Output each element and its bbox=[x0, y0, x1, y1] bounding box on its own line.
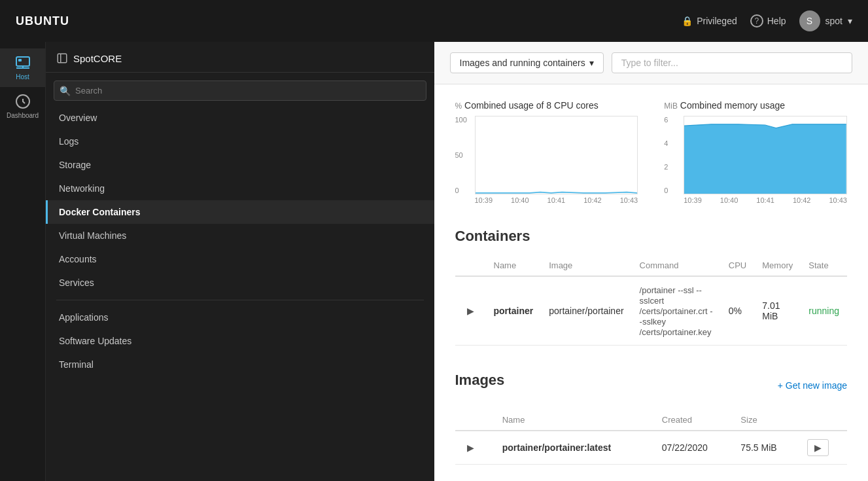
cpu-chart-inner bbox=[475, 116, 638, 194]
cpu-chart-block: % Combined usage of 8 CPU cores 100 50 0 bbox=[455, 100, 638, 204]
container-image-cell: portainer/portainer bbox=[541, 276, 631, 346]
container-image: portainer/portainer bbox=[549, 306, 623, 316]
container-memory: 7.01 MiB bbox=[762, 300, 780, 321]
cpu-chart-title: % Combined usage of 8 CPU cores bbox=[455, 100, 638, 111]
nav-item-docker-containers[interactable]: Docker Containers bbox=[46, 200, 434, 224]
containers-table-header: Name Image Command CPU Memory State bbox=[455, 255, 848, 276]
memory-axis-label: MiB bbox=[664, 101, 678, 111]
memory-chart-container: 6 4 2 0 bbox=[664, 116, 847, 194]
img-expand-button[interactable]: ▶ bbox=[463, 441, 478, 454]
filter-dropdown-label: Images and running containers bbox=[460, 58, 585, 68]
container-state: running bbox=[808, 306, 839, 316]
nav-item-virtual-machines[interactable]: Virtual Machines bbox=[46, 224, 434, 247]
img-action-cell: ▶ bbox=[799, 431, 847, 465]
filter-input[interactable] bbox=[612, 52, 852, 73]
dashboard-label: Dashboard bbox=[7, 112, 39, 119]
nav-item-storage[interactable]: Storage bbox=[46, 153, 434, 177]
play-button[interactable]: ▶ bbox=[807, 439, 829, 456]
th-command: Command bbox=[632, 255, 721, 276]
image-created: 07/22/2020 bbox=[662, 442, 708, 453]
nav-item-networking[interactable]: Networking bbox=[46, 177, 434, 200]
img-th-size: Size bbox=[733, 410, 799, 431]
help-icon: ? bbox=[750, 14, 763, 27]
host-icon bbox=[15, 55, 31, 71]
nav-item-software-updates[interactable]: Software Updates bbox=[46, 329, 434, 353]
images-table: Name Created Size ▶ portainer/portainer:… bbox=[455, 410, 848, 465]
memory-y-axis: 6 4 2 0 bbox=[664, 116, 684, 194]
images-section: Images + Get new image Name Created Size bbox=[434, 359, 869, 478]
th-image: Image bbox=[541, 255, 631, 276]
th-memory: Memory bbox=[754, 255, 801, 276]
th-name: Name bbox=[486, 255, 542, 276]
containers-section: Containers Name Image Command CPU Memory… bbox=[434, 215, 869, 359]
app-title: UBUNTU bbox=[16, 14, 69, 28]
avatar: S bbox=[799, 10, 820, 31]
chevron-down-icon: ▾ bbox=[589, 58, 594, 68]
nav-divider bbox=[56, 300, 424, 300]
nav-item-accounts[interactable]: Accounts bbox=[46, 247, 434, 271]
lock-icon: 🔒 bbox=[682, 16, 693, 26]
expand-cell: ▶ bbox=[455, 276, 486, 346]
user-label: spot bbox=[825, 16, 842, 26]
sidebar-icon-dashboard[interactable]: Dashboard bbox=[0, 87, 45, 126]
filter-dropdown[interactable]: Images and running containers ▾ bbox=[450, 52, 604, 73]
icon-sidebar: Host Dashboard bbox=[0, 42, 46, 481]
img-size-cell: 75.5 MiB bbox=[733, 431, 799, 465]
nav-item-applications[interactable]: Applications bbox=[46, 306, 434, 329]
topbar: UBUNTU 🔒 Privileged ? Help S spot ▾ bbox=[0, 0, 868, 42]
containers-title: Containers bbox=[455, 228, 848, 245]
img-th-name: Name bbox=[495, 410, 654, 431]
container-name-cell: portainer bbox=[486, 276, 542, 346]
memory-chart-svg bbox=[684, 116, 846, 194]
search-box: 🔍 bbox=[54, 80, 426, 101]
th-state: State bbox=[801, 255, 847, 276]
main-layout: Host Dashboard SpotCORE 🔍 bbox=[0, 42, 868, 481]
nav-item-terminal[interactable]: Terminal bbox=[46, 353, 434, 376]
charts-area: % Combined usage of 8 CPU cores 100 50 0 bbox=[434, 84, 869, 215]
images-header: Images + Get new image bbox=[455, 372, 848, 399]
get-new-image-button[interactable]: + Get new image bbox=[778, 380, 847, 391]
container-state-cell: running bbox=[801, 276, 847, 346]
container-command: /portainer --ssl --sslcert /certs/portai… bbox=[640, 285, 713, 337]
image-size: 75.5 MiB bbox=[740, 442, 776, 453]
cpu-chart-svg bbox=[476, 116, 638, 194]
svg-rect-5 bbox=[58, 54, 67, 63]
help-button[interactable]: ? Help bbox=[750, 14, 786, 27]
main-content: Images and running containers ▾ % Combin… bbox=[434, 42, 869, 481]
svg-rect-0 bbox=[16, 57, 29, 66]
th-expand bbox=[455, 255, 486, 276]
memory-chart-block: MiB Combined memory usage 6 4 2 0 bbox=[664, 100, 847, 204]
nav-item-services[interactable]: Services bbox=[46, 271, 434, 294]
memory-chart-inner bbox=[684, 116, 847, 194]
img-created-cell: 07/22/2020 bbox=[654, 431, 733, 465]
cpu-axis-label: % bbox=[455, 101, 462, 111]
svg-rect-1 bbox=[18, 59, 22, 62]
th-cpu: CPU bbox=[721, 255, 754, 276]
img-name-cell: portainer/portainer:latest bbox=[495, 431, 654, 465]
table-row: ▶ portainer/portainer:latest 07/22/2020 … bbox=[455, 431, 848, 465]
user-menu[interactable]: S spot ▾ bbox=[799, 10, 852, 31]
nav-item-overview[interactable]: Overview bbox=[46, 106, 434, 130]
user-initial: S bbox=[807, 16, 812, 26]
img-th-created: Created bbox=[654, 410, 733, 431]
search-icon: 🔍 bbox=[60, 86, 71, 96]
images-table-header: Name Created Size bbox=[455, 410, 848, 431]
nav-column: SpotCORE 🔍 Overview Logs Storage Network… bbox=[46, 42, 434, 481]
topbar-right: 🔒 Privileged ? Help S spot ▾ bbox=[682, 10, 852, 31]
host-label: Host bbox=[16, 73, 29, 80]
nav-item-logs[interactable]: Logs bbox=[46, 130, 434, 153]
images-title: Images bbox=[455, 372, 505, 389]
dashboard-icon bbox=[15, 94, 31, 109]
nav-menu: Overview Logs Storage Networking Docker … bbox=[46, 106, 434, 376]
sidebar-icon-host[interactable]: Host bbox=[0, 48, 45, 87]
cpu-x-axis: 10:39 10:40 10:41 10:42 10:43 bbox=[475, 196, 638, 204]
cpu-chart-title-text: Combined usage of 8 CPU cores bbox=[464, 100, 599, 111]
memory-x-axis: 10:39 10:40 10:41 10:42 10:43 bbox=[684, 196, 847, 204]
topbar-left: UBUNTU bbox=[16, 14, 69, 28]
cpu-chart-container: 100 50 0 bbox=[455, 116, 638, 194]
container-cpu-cell: 0% bbox=[721, 276, 754, 346]
help-label: Help bbox=[767, 16, 786, 26]
left-panel: Host Dashboard SpotCORE 🔍 bbox=[0, 42, 434, 481]
search-input[interactable] bbox=[54, 80, 426, 101]
expand-button[interactable]: ▶ bbox=[463, 304, 478, 317]
